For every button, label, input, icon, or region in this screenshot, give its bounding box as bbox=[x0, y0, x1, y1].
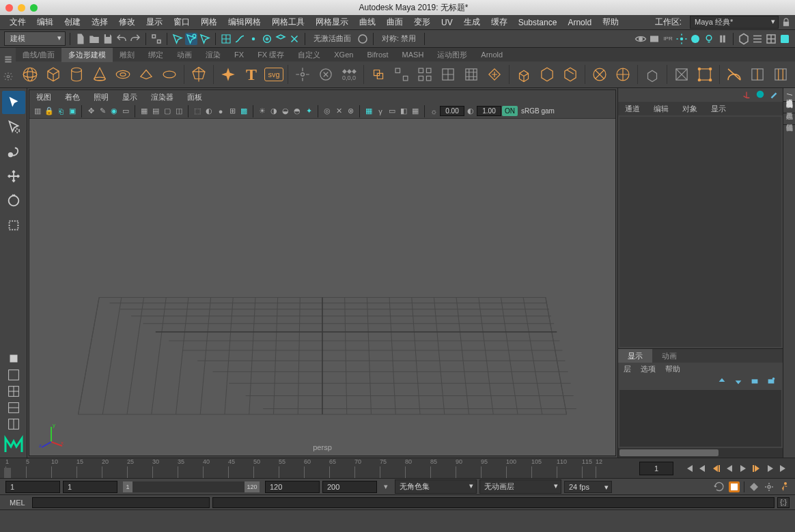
menu-curves[interactable]: 曲线 bbox=[354, 16, 381, 28]
wireframe-on-shaded-icon[interactable]: ⊞ bbox=[227, 106, 238, 117]
ao-icon[interactable]: ◒ bbox=[280, 106, 291, 117]
svg-import-icon[interactable]: svg bbox=[264, 68, 283, 81]
lock-camera-icon[interactable]: 🔒 bbox=[44, 106, 55, 117]
layout-two-h-icon[interactable] bbox=[2, 400, 25, 415]
layout-two-v-icon[interactable] bbox=[2, 417, 25, 432]
bevel-icon[interactable] bbox=[560, 64, 581, 85]
grid-toggle-icon[interactable]: ▦ bbox=[410, 106, 421, 117]
auto-key-icon[interactable] bbox=[729, 481, 740, 492]
current-time-indicator[interactable] bbox=[4, 468, 11, 478]
save-scene-icon[interactable] bbox=[102, 33, 114, 45]
layer-up-icon[interactable] bbox=[717, 376, 727, 386]
play-forward-icon[interactable] bbox=[738, 463, 749, 474]
menu-mesh[interactable]: 网格 bbox=[195, 16, 223, 28]
render-pause-icon[interactable] bbox=[716, 33, 729, 45]
smooth-icon[interactable] bbox=[461, 64, 482, 85]
mirror-icon[interactable] bbox=[589, 64, 610, 85]
poly-cube-icon[interactable] bbox=[43, 64, 64, 85]
shelf-tab-fxcache[interactable]: FX 缓存 bbox=[251, 48, 291, 62]
colormgmt-toggle[interactable]: ON bbox=[502, 106, 518, 116]
prev-key-icon[interactable] bbox=[710, 463, 721, 474]
range-menu-icon[interactable]: ▾ bbox=[380, 481, 392, 493]
gamma-value[interactable]: 1.00 bbox=[477, 106, 501, 116]
menu-edit-mesh[interactable]: 编辑网格 bbox=[223, 16, 266, 28]
poly-cone-icon[interactable] bbox=[89, 64, 110, 85]
2d-pan-icon[interactable]: ✥ bbox=[85, 106, 96, 117]
wireframe-icon[interactable]: ⬚ bbox=[192, 106, 203, 117]
shelf-gear-icon[interactable] bbox=[3, 72, 13, 81]
outliner-icon[interactable] bbox=[751, 33, 764, 45]
background-color-icon[interactable]: ◧ bbox=[398, 106, 409, 117]
use-all-lights-icon[interactable]: ☀ bbox=[257, 106, 268, 117]
move-tool[interactable] bbox=[2, 165, 25, 188]
range-end-handle[interactable]: 120 bbox=[245, 481, 260, 492]
poly-torus-icon[interactable] bbox=[113, 64, 133, 85]
corner-circle-icon[interactable] bbox=[755, 89, 765, 99]
shadows-icon[interactable]: ◑ bbox=[268, 106, 279, 117]
anti-alias-icon[interactable]: ✦ bbox=[303, 106, 314, 117]
poly-cylinder-icon[interactable] bbox=[66, 64, 87, 85]
channelbox-content[interactable] bbox=[619, 117, 781, 347]
menu-uv[interactable]: UV bbox=[436, 18, 458, 27]
new-layer-selected-icon[interactable] bbox=[766, 376, 776, 386]
next-key-icon[interactable] bbox=[751, 463, 762, 474]
step-back-icon[interactable] bbox=[697, 463, 708, 474]
menu-generate[interactable]: 生成 bbox=[458, 16, 486, 28]
safe-action-icon[interactable]: ▢ bbox=[162, 106, 173, 117]
shelf-tab-custom[interactable]: 自定义 bbox=[291, 48, 327, 62]
character-set-selector[interactable]: 无角色集 bbox=[395, 479, 477, 494]
reduce-icon[interactable] bbox=[484, 64, 505, 85]
menu-file[interactable]: 文件 bbox=[4, 16, 31, 28]
playback-end-field[interactable] bbox=[265, 481, 320, 493]
cb-tab-edit[interactable]: 编辑 bbox=[647, 102, 675, 116]
corner-edit-icon[interactable] bbox=[769, 89, 779, 99]
command-input[interactable] bbox=[32, 497, 210, 508]
menu-substance[interactable]: Substance bbox=[513, 18, 563, 27]
undo-icon[interactable] bbox=[115, 33, 128, 45]
graph-editor-icon[interactable] bbox=[765, 33, 777, 45]
script-editor-icon[interactable]: {;} bbox=[777, 497, 790, 508]
booleans-icon[interactable] bbox=[438, 64, 458, 85]
safe-title-icon[interactable]: ◫ bbox=[173, 106, 184, 117]
menuset-selector[interactable]: 建模 bbox=[4, 31, 66, 46]
shelf-tab-bifrost[interactable]: Bifrost bbox=[360, 48, 395, 61]
layer-menu-options[interactable]: 选项 bbox=[641, 364, 656, 374]
shelf-tab-poly[interactable]: 多边形建模 bbox=[61, 48, 113, 62]
hypershade-icon[interactable] bbox=[689, 33, 701, 45]
menu-mesh-display[interactable]: 网格显示 bbox=[310, 16, 354, 28]
script-language-label[interactable]: MEL bbox=[5, 499, 29, 507]
gamma-display-icon[interactable]: γ bbox=[375, 106, 386, 117]
camera-bookmark-icon[interactable]: ⎗ bbox=[55, 106, 66, 117]
select-hierarchy-icon[interactable] bbox=[150, 33, 163, 45]
anim-prefs-icon[interactable] bbox=[764, 481, 775, 492]
cb-tab-object[interactable]: 对象 bbox=[675, 102, 704, 116]
poly-sparkle-icon[interactable] bbox=[218, 64, 238, 85]
circularize-icon[interactable] bbox=[613, 64, 633, 85]
corner-axis-icon[interactable] bbox=[742, 89, 751, 99]
bridge-icon[interactable] bbox=[537, 64, 557, 85]
exposure-value[interactable]: 0.00 bbox=[440, 106, 464, 116]
layout-single-icon[interactable] bbox=[2, 367, 25, 382]
poly-type-icon[interactable]: T bbox=[241, 64, 262, 85]
cb-tab-channels[interactable]: 通道 bbox=[618, 102, 647, 116]
shelf-tab-arnold[interactable]: Arnold bbox=[474, 48, 510, 61]
minimize-window[interactable] bbox=[18, 4, 25, 12]
anim-start-field[interactable] bbox=[5, 481, 60, 493]
layer-list[interactable] bbox=[619, 390, 781, 447]
cb-tab-show[interactable]: 显示 bbox=[704, 102, 733, 116]
live-surface-toggle-icon[interactable] bbox=[357, 33, 369, 45]
center-pivot-icon[interactable] bbox=[292, 64, 313, 85]
shelf-tab-mograph[interactable]: 运动图形 bbox=[430, 48, 474, 62]
separate-icon[interactable] bbox=[391, 64, 412, 85]
smooth-shade-icon[interactable]: ◐ bbox=[204, 106, 214, 117]
current-frame-field[interactable] bbox=[639, 462, 673, 475]
freeze-transforms-icon[interactable] bbox=[316, 64, 336, 85]
layout-four-icon[interactable] bbox=[2, 384, 25, 399]
expose-icon[interactable]: ☼ bbox=[428, 106, 439, 117]
paint-select-tool[interactable] bbox=[2, 140, 25, 163]
playback-start-field[interactable] bbox=[63, 481, 117, 493]
layer-scrollbar[interactable] bbox=[618, 448, 783, 458]
menu-cache[interactable]: 缓存 bbox=[486, 16, 513, 28]
light-editor-icon[interactable] bbox=[703, 33, 715, 45]
poly-plane-icon[interactable] bbox=[136, 64, 156, 85]
